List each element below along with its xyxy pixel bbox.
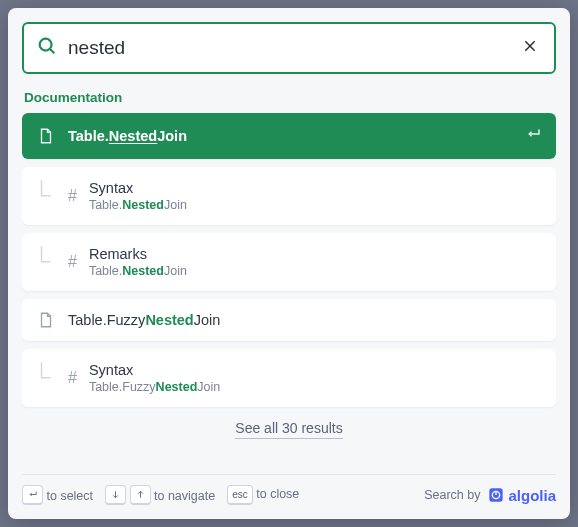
result-item[interactable]: # Syntax Table.NestedJoin xyxy=(22,167,556,225)
result-path: Table.NestedJoin xyxy=(89,198,542,212)
page-icon xyxy=(36,311,56,329)
result-title: Table.FuzzyNestedJoin xyxy=(68,312,542,328)
result-heading: Syntax xyxy=(89,180,542,196)
powered-by[interactable]: Search by algolia xyxy=(424,487,556,504)
result-item[interactable]: Table.FuzzyNestedJoin xyxy=(22,299,556,341)
tree-icon: # xyxy=(36,361,77,395)
esc-key-icon: esc xyxy=(227,485,253,505)
page-icon xyxy=(36,127,56,145)
result-heading: Remarks xyxy=(89,246,542,262)
hash-icon: # xyxy=(68,187,77,205)
search-input[interactable] xyxy=(68,37,508,59)
hash-icon: # xyxy=(68,253,77,271)
keyboard-hints: to select to navigate esc to close xyxy=(22,485,299,505)
modal-footer: to select to navigate esc to close Searc… xyxy=(22,474,556,505)
result-path: Table.NestedJoin xyxy=(89,264,542,278)
svg-line-1 xyxy=(50,49,54,53)
result-heading: Syntax xyxy=(89,362,542,378)
result-path: Table.FuzzyNestedJoin xyxy=(89,380,542,394)
section-label: Documentation xyxy=(24,90,554,105)
hint-select: to select xyxy=(46,489,93,503)
clear-button[interactable] xyxy=(518,34,542,63)
algolia-wordmark: algolia xyxy=(508,487,556,504)
tree-icon: # xyxy=(36,245,77,279)
hint-navigate: to navigate xyxy=(154,489,215,503)
enter-icon xyxy=(524,125,542,147)
tree-icon: # xyxy=(36,179,77,213)
search-by-label: Search by xyxy=(424,488,480,502)
arrow-down-key-icon xyxy=(105,485,126,505)
result-item[interactable]: # Remarks Table.NestedJoin xyxy=(22,233,556,291)
results-list: Table.NestedJoin # Syntax Table.NestedJo… xyxy=(22,113,556,470)
result-item[interactable]: Table.NestedJoin xyxy=(22,113,556,159)
algolia-logo-icon: algolia xyxy=(488,487,556,504)
search-box[interactable] xyxy=(22,22,556,74)
hint-close: to close xyxy=(256,487,299,501)
search-icon xyxy=(36,35,58,61)
result-item[interactable]: # Syntax Table.FuzzyNestedJoin xyxy=(22,349,556,407)
svg-point-0 xyxy=(40,39,52,51)
enter-key-icon xyxy=(22,485,43,505)
arrow-up-key-icon xyxy=(130,485,151,505)
hash-icon: # xyxy=(68,369,77,387)
see-all-results[interactable]: See all 30 results xyxy=(22,419,556,437)
result-title: Table.NestedJoin xyxy=(68,128,512,144)
search-modal: Documentation Table.NestedJoin # Sy xyxy=(8,8,570,519)
